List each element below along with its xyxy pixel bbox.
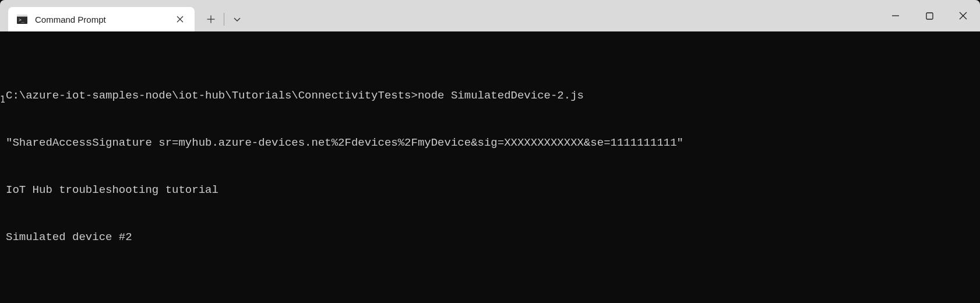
maximize-icon [926, 12, 933, 20]
svg-rect-1 [17, 15, 27, 17]
minimize-icon [891, 12, 900, 20]
terminal-line: Simulated device #2 [6, 230, 974, 245]
cmd-icon: >_ [16, 13, 28, 25]
titlebar: >_ Command Prompt [0, 0, 980, 31]
chevron-down-icon [233, 15, 241, 23]
close-icon [959, 12, 967, 20]
terminal-line: IoT Hub troubleshooting tutorial [6, 182, 974, 198]
tab-command-prompt[interactable]: >_ Command Prompt [8, 7, 195, 31]
terminal-output[interactable]: 1 C:\azure-iot-samples-node\iot-hub\Tuto… [0, 31, 980, 303]
maximize-button[interactable] [912, 3, 946, 28]
gutter-marker: 1 [0, 92, 5, 108]
tab-title: Command Prompt [35, 15, 167, 24]
minimize-button[interactable] [879, 3, 912, 28]
window-controls [879, 0, 980, 31]
new-tab-button[interactable] [198, 7, 224, 31]
tab-close-button[interactable] [174, 13, 186, 26]
tab-strip: >_ Command Prompt [0, 0, 879, 31]
terminal-line [6, 277, 974, 293]
close-icon [177, 16, 184, 23]
svg-text:>_: >_ [19, 17, 24, 23]
tab-dropdown-button[interactable] [224, 7, 250, 31]
plus-icon [207, 15, 215, 23]
window-close-button[interactable] [946, 3, 980, 28]
terminal-line: "SharedAccessSignature sr=myhub.azure-de… [6, 135, 974, 151]
terminal-line: C:\azure-iot-samples-node\iot-hub\Tutori… [6, 88, 974, 104]
tab-actions [198, 7, 250, 31]
svg-rect-8 [926, 13, 933, 19]
